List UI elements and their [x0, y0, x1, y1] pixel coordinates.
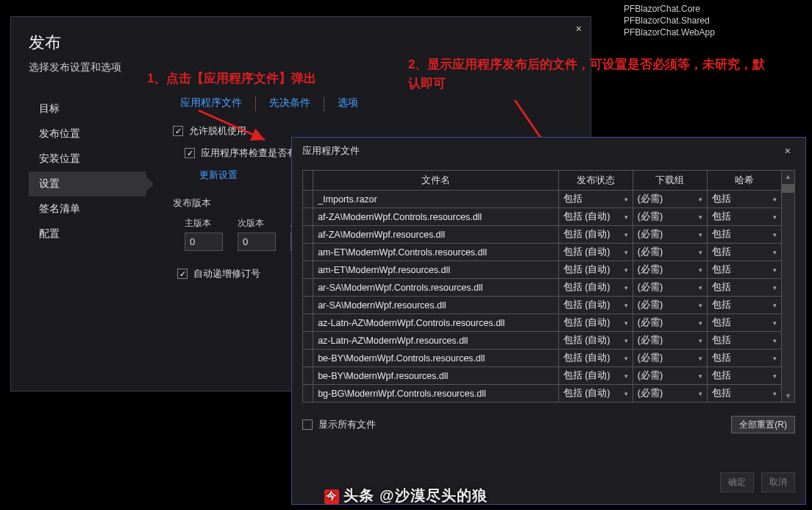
- update-settings-link[interactable]: 更新设置: [199, 169, 238, 182]
- cell-publish[interactable]: 包括 (自动)▾: [558, 314, 633, 332]
- row-selector[interactable]: [303, 244, 313, 261]
- scroll-down-icon[interactable]: ▼: [782, 390, 794, 402]
- col-hash[interactable]: 哈希: [707, 171, 781, 191]
- chevron-down-icon: ▾: [699, 231, 702, 238]
- cell-publish[interactable]: 包括 (自动)▾: [558, 350, 633, 367]
- cell-download[interactable]: (必需)▾: [633, 350, 707, 367]
- col-file[interactable]: 文件名: [313, 171, 559, 191]
- cell-hash[interactable]: 包括▾: [707, 208, 781, 226]
- cell-hash[interactable]: 包括▾: [707, 261, 781, 279]
- table-row[interactable]: az-Latn-AZ\ModernWpf.Controls.resources.…: [303, 314, 782, 332]
- cell-publish[interactable]: 包括 (自动)▾: [558, 332, 633, 350]
- row-selector[interactable]: [303, 226, 313, 244]
- row-selector[interactable]: [303, 350, 313, 367]
- cell-publish[interactable]: 包括 (自动)▾: [558, 244, 633, 261]
- chevron-down-icon: ▾: [773, 196, 777, 203]
- sidebar-item[interactable]: 安装位置: [29, 146, 146, 171]
- cell-hash[interactable]: 包括▾: [707, 244, 781, 261]
- row-selector[interactable]: [303, 191, 313, 208]
- row-selector[interactable]: [303, 208, 313, 226]
- cell-hash[interactable]: 包括▾: [707, 191, 781, 208]
- auto-increment-checkbox[interactable]: [177, 269, 188, 279]
- table-row[interactable]: be-BY\ModernWpf.Controls.resources.dll包括…: [303, 350, 782, 367]
- row-selector[interactable]: [303, 279, 313, 297]
- sidebar-item[interactable]: 配置: [29, 222, 146, 247]
- table-row[interactable]: af-ZA\ModernWpf.Controls.resources.dll包括…: [303, 208, 782, 226]
- chevron-down-icon: ▾: [699, 249, 702, 256]
- table-row[interactable]: bg-BG\ModernWpf.Controls.resources.dll包括…: [303, 385, 782, 403]
- row-selector[interactable]: [303, 297, 313, 314]
- cell-hash[interactable]: 包括▾: [707, 297, 781, 314]
- cell-download[interactable]: (必需)▾: [633, 261, 707, 279]
- col-publish[interactable]: 发布状态: [558, 171, 633, 191]
- cell-download[interactable]: (必需)▾: [633, 226, 707, 244]
- cell-download[interactable]: (必需)▾: [633, 314, 707, 332]
- close-icon[interactable]: ×: [576, 23, 582, 35]
- version-input[interactable]: [238, 233, 276, 251]
- auto-increment-label: 自动递增修订号: [193, 267, 260, 280]
- cell-publish[interactable]: 包括▾: [558, 191, 633, 208]
- row-selector[interactable]: [303, 367, 313, 385]
- row-selector[interactable]: [303, 261, 313, 279]
- cell-file: bg-BG\ModernWpf.Controls.resources.dll: [313, 385, 559, 403]
- cell-download[interactable]: (必需)▾: [633, 244, 707, 261]
- tab[interactable]: 选项: [324, 96, 371, 111]
- cell-download[interactable]: (必需)▾: [633, 191, 707, 208]
- chevron-down-icon: ▾: [624, 213, 628, 221]
- cell-download[interactable]: (必需)▾: [633, 297, 707, 314]
- row-selector[interactable]: [303, 332, 313, 350]
- table-row[interactable]: ar-SA\ModernWpf.Controls.resources.dll包括…: [303, 279, 782, 297]
- chevron-down-icon: ▾: [773, 319, 777, 327]
- table-row[interactable]: ar-SA\ModernWpf.resources.dll包括 (自动)▾(必需…: [303, 297, 782, 314]
- reset-all-button[interactable]: 全部重置(R): [731, 416, 795, 433]
- cell-hash[interactable]: 包括▾: [707, 385, 781, 403]
- sidebar-item[interactable]: 签名清单: [29, 196, 146, 222]
- cell-hash[interactable]: 包括▾: [707, 314, 781, 332]
- cell-publish[interactable]: 包括 (自动)▾: [558, 385, 633, 403]
- table-row[interactable]: be-BY\ModernWpf.resources.dll包括 (自动)▾(必需…: [303, 367, 782, 385]
- col-download[interactable]: 下载组: [633, 171, 707, 191]
- offline-checkbox[interactable]: [173, 126, 183, 136]
- cell-download[interactable]: (必需)▾: [633, 279, 707, 297]
- chevron-down-icon: ▾: [624, 284, 628, 291]
- cell-hash[interactable]: 包括▾: [707, 226, 781, 244]
- cell-publish[interactable]: 包括 (自动)▾: [558, 367, 633, 385]
- cell-publish[interactable]: 包括 (自动)▾: [558, 279, 633, 297]
- chevron-down-icon: ▾: [699, 266, 702, 274]
- chevron-down-icon: ▾: [773, 284, 777, 291]
- cell-publish[interactable]: 包括 (自动)▾: [558, 226, 633, 244]
- cell-publish[interactable]: 包括 (自动)▾: [558, 297, 633, 314]
- cell-download[interactable]: (必需)▾: [633, 367, 707, 385]
- chevron-down-icon: ▾: [624, 302, 628, 309]
- chevron-down-icon: ▾: [699, 319, 702, 327]
- table-row[interactable]: _Imports.razor包括▾(必需)▾包括▾: [303, 191, 782, 208]
- row-selector[interactable]: [303, 385, 313, 403]
- cell-hash[interactable]: 包括▾: [707, 332, 781, 350]
- cell-hash[interactable]: 包括▾: [707, 279, 781, 297]
- chevron-down-icon: ▾: [699, 302, 702, 309]
- dialog-close-icon[interactable]: ×: [780, 144, 795, 158]
- cell-download[interactable]: (必需)▾: [633, 385, 707, 403]
- cell-hash[interactable]: 包括▾: [707, 367, 781, 385]
- scroll-up-icon[interactable]: ▲: [782, 171, 794, 183]
- row-selector[interactable]: [303, 314, 313, 332]
- version-input[interactable]: [185, 233, 223, 251]
- cell-download[interactable]: (必需)▾: [633, 208, 707, 226]
- cell-hash[interactable]: 包括▾: [707, 350, 781, 367]
- chevron-down-icon: ▾: [624, 372, 628, 380]
- chevron-down-icon: ▾: [773, 390, 777, 397]
- cell-download[interactable]: (必需)▾: [633, 332, 707, 350]
- show-all-checkbox[interactable]: [302, 419, 313, 430]
- files-grid[interactable]: 文件名 发布状态 下载组 哈希 _Imports.razor包括▾(必需)▾包括…: [302, 170, 782, 403]
- sidebar-item[interactable]: 目标: [29, 96, 146, 121]
- table-row[interactable]: am-ET\ModernWpf.Controls.resources.dll包括…: [303, 244, 782, 261]
- table-row[interactable]: am-ET\ModernWpf.resources.dll包括 (自动)▾(必需…: [303, 261, 782, 279]
- sidebar-item[interactable]: 设置: [29, 171, 146, 196]
- chevron-down-icon: ▾: [624, 337, 628, 344]
- table-row[interactable]: az-Latn-AZ\ModernWpf.resources.dll包括 (自动…: [303, 332, 782, 350]
- sidebar-item[interactable]: 发布位置: [29, 121, 146, 146]
- cell-publish[interactable]: 包括 (自动)▾: [558, 208, 633, 226]
- vertical-scrollbar[interactable]: ▲ ▼: [782, 170, 795, 403]
- cell-publish[interactable]: 包括 (自动)▾: [558, 261, 633, 279]
- table-row[interactable]: af-ZA\ModernWpf.resources.dll包括 (自动)▾(必需…: [303, 226, 782, 244]
